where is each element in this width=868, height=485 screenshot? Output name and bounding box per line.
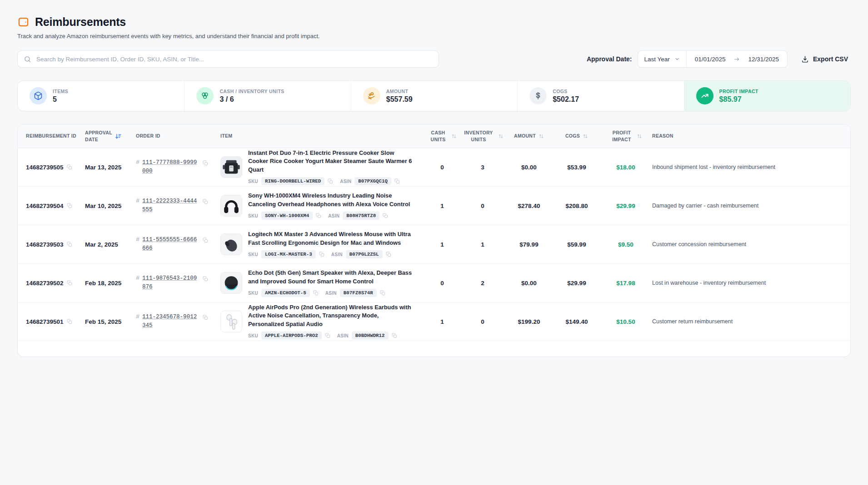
- col-item: ITEM: [220, 133, 423, 139]
- stat-label: COGS: [553, 89, 579, 94]
- sort-descending-icon[interactable]: [115, 133, 121, 139]
- reason-text: Lost in warehouse - inventory reimbursem…: [652, 279, 842, 287]
- search-box: [17, 50, 439, 68]
- product-title: Logitech MX Master 3 Advanced Wireless M…: [248, 230, 412, 247]
- copy-icon[interactable]: [67, 242, 72, 247]
- copy-icon[interactable]: [203, 160, 208, 166]
- product-image: [220, 156, 242, 178]
- col-approval-date[interactable]: APPROVAL DATE: [85, 129, 136, 143]
- product-image: [220, 272, 242, 294]
- col-amount[interactable]: AMOUNT: [504, 133, 554, 139]
- date-preset-select[interactable]: Last Year: [638, 51, 687, 67]
- stat-value: 5: [53, 95, 68, 104]
- asin-label: ASIN: [328, 213, 339, 218]
- copy-icon[interactable]: [313, 290, 319, 296]
- cash-units-value: 1: [423, 241, 461, 248]
- asin-badge: B07PGL2ZSL: [346, 250, 383, 258]
- dollar-icon: [529, 87, 547, 104]
- col-cogs[interactable]: COGS: [554, 133, 599, 139]
- order-id-link[interactable]: 111-9876543-2109876: [142, 274, 200, 292]
- approval-date-label: Approval Date:: [587, 55, 632, 63]
- profit-impact-value: $10.50: [599, 318, 652, 325]
- col-cash-units[interactable]: CASH UNITS: [423, 129, 461, 143]
- stat-cash-inventory-units: CASH / INVENTORY UNITS 3 / 6: [184, 81, 350, 111]
- asin-label: ASIN: [331, 252, 343, 257]
- copy-icon[interactable]: [380, 290, 385, 296]
- copy-icon[interactable]: [67, 164, 72, 170]
- copy-icon[interactable]: [386, 252, 391, 257]
- product-image: [220, 311, 242, 332]
- order-id-link[interactable]: 111-5555555-6666666: [142, 236, 200, 253]
- asin-badge: B0BDHWDR12: [352, 332, 389, 340]
- cogs-value: $208.80: [554, 203, 599, 209]
- profit-impact-value: $18.00: [599, 164, 652, 171]
- copy-icon[interactable]: [325, 333, 330, 338]
- cogs-value: $29.99: [554, 280, 599, 287]
- stat-value: $85.97: [719, 95, 758, 104]
- copy-icon[interactable]: [203, 199, 208, 204]
- product-title: Echo Dot (5th Gen) Smart Speaker with Al…: [248, 269, 412, 286]
- asin-label: ASIN: [340, 179, 351, 184]
- stat-label: ITEMS: [53, 89, 68, 94]
- reimbursement-id: 14682739501: [26, 318, 64, 325]
- copy-icon[interactable]: [394, 178, 400, 184]
- col-profit-impact[interactable]: PROFIT IMPACT: [599, 129, 652, 143]
- stat-profit-impact: PROFIT IMPACT $85.97: [684, 81, 850, 111]
- copy-icon[interactable]: [67, 319, 72, 324]
- sku-label: SKU: [248, 179, 258, 184]
- stat-label: CASH / INVENTORY UNITS: [219, 89, 284, 94]
- copy-icon[interactable]: [67, 280, 72, 286]
- hash-icon: #: [136, 158, 140, 166]
- reason-text: Customer return reimbursement: [652, 317, 842, 326]
- approval-date: Feb 15, 2025: [85, 318, 136, 325]
- date-from-input[interactable]: 01/01/2025: [687, 51, 734, 67]
- reimbursements-table: REIMBURSEMENT ID APPROVAL DATE ORDER ID …: [17, 124, 851, 357]
- stat-amount: AMOUNT $557.59: [351, 81, 517, 111]
- profit-impact-value: $9.50: [599, 241, 652, 248]
- search-input[interactable]: [35, 55, 433, 63]
- wallet-icon: [17, 16, 30, 28]
- copy-icon[interactable]: [203, 276, 208, 282]
- chevron-down-icon: [674, 56, 680, 62]
- asin-badge: B07FZ8S74R: [340, 289, 377, 297]
- sort-icon[interactable]: [637, 134, 642, 139]
- sku-badge: SONY-WH-1000XM4: [261, 212, 313, 220]
- copy-icon[interactable]: [316, 213, 321, 218]
- copy-icon[interactable]: [203, 315, 208, 320]
- stat-value: $557.59: [386, 95, 413, 104]
- asin-badge: B08H75RTZ8: [343, 212, 379, 220]
- page-title: Reimbursements: [35, 15, 126, 29]
- col-order-id: ORDER ID: [136, 133, 220, 139]
- order-id-link[interactable]: 111-2222333-4444555: [142, 197, 200, 215]
- sort-icon[interactable]: [498, 134, 504, 139]
- copy-icon[interactable]: [383, 213, 388, 218]
- export-csv-button[interactable]: Export CSV: [798, 52, 851, 67]
- stat-value: 3 / 6: [219, 95, 284, 104]
- order-id-link[interactable]: 111-2345678-9012345: [142, 313, 200, 331]
- table-row: 14682739503 Mar 2, 2025 # 111-5555555-66…: [18, 225, 850, 264]
- copy-icon[interactable]: [319, 252, 324, 257]
- copy-icon[interactable]: [203, 238, 208, 243]
- sort-icon[interactable]: [451, 134, 457, 139]
- profit-impact-value: $29.99: [599, 203, 652, 209]
- date-to-input[interactable]: 12/31/2025: [740, 51, 787, 67]
- sku-badge: APPLE-AIRPODS-PRO2: [261, 332, 322, 340]
- copy-icon[interactable]: [328, 178, 333, 184]
- stat-items: ITEMS 5: [18, 81, 184, 111]
- col-inventory-units[interactable]: INVENTORY UNITS: [461, 129, 504, 143]
- copy-icon[interactable]: [392, 333, 397, 338]
- sort-icon[interactable]: [583, 134, 588, 139]
- sort-icon[interactable]: [539, 134, 544, 139]
- page-header: Reimbursements: [17, 15, 851, 29]
- sku-label: SKU: [248, 213, 258, 218]
- table-row: 14682739504 Mar 10, 2025 # 111-2222333-4…: [18, 187, 850, 225]
- export-csv-label: Export CSV: [813, 55, 848, 63]
- cash-units-value: 0: [423, 164, 461, 171]
- order-id-link[interactable]: 111-7777888-9999000: [142, 158, 200, 176]
- asin-badge: B07PXGQC1Q: [354, 177, 391, 185]
- sku-badge: RING-DOORBELL-WIRED: [261, 177, 324, 185]
- asin-label: ASIN: [325, 291, 337, 296]
- inventory-units-value: 2: [461, 280, 504, 287]
- reimbursement-id: 14682739504: [26, 203, 64, 209]
- copy-icon[interactable]: [67, 203, 72, 208]
